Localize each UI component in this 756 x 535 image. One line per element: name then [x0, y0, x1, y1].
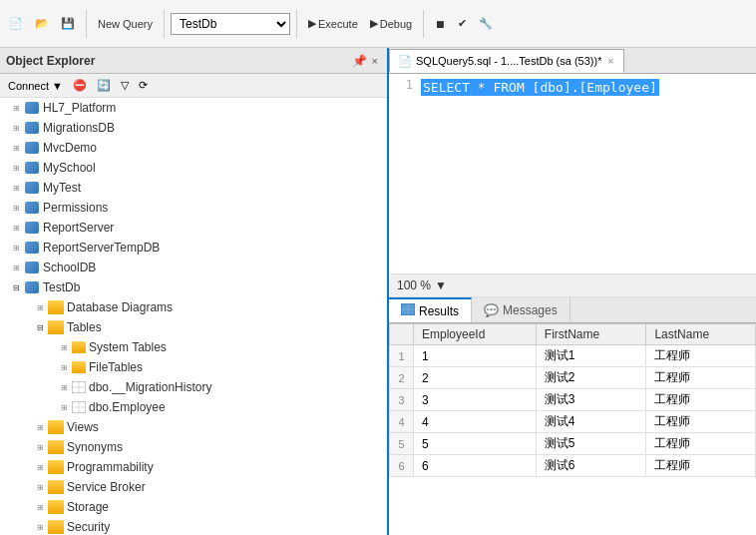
cell-lastname: 工程师: [646, 345, 756, 367]
cell-employeeid: 1: [414, 345, 537, 367]
connect-label: Connect: [8, 80, 49, 92]
cell-employeeid: 6: [414, 455, 537, 477]
tree-container[interactable]: ⊞ HL7_Platform ⊞ MigrationsDB ⊞: [0, 98, 387, 535]
db-icon: [24, 280, 40, 294]
refresh-btn[interactable]: 🔄: [93, 77, 115, 94]
editor-content[interactable]: 1 SELECT * FROM [dbo].[Employee]: [389, 74, 756, 273]
tree-item-security[interactable]: ⊞ Security: [0, 517, 387, 535]
results-tab-bar: Results 💬 Messages: [389, 297, 756, 323]
main-toolbar: 📄 📂 💾 New Query TestDb ▶ Execute ▶ Debug…: [0, 0, 756, 48]
filter-btn[interactable]: ▽: [117, 77, 133, 94]
zoom-bar: 100 % ▼: [389, 273, 756, 297]
messages-tab[interactable]: 💬 Messages: [472, 297, 570, 322]
cell-firstname: 测试6: [536, 455, 646, 477]
tree-item-mvcdemo[interactable]: ⊞ MvcDemo: [0, 138, 387, 158]
table-icon: [72, 381, 86, 393]
results-tab[interactable]: Results: [389, 297, 472, 322]
expand-icon: ⊞: [56, 403, 72, 412]
table-row: 6 6 测试6 工程师: [390, 455, 756, 477]
expand-icon: ⊞: [32, 423, 48, 432]
row-number: 3: [390, 389, 414, 411]
disconnect-btn[interactable]: ⛔: [69, 77, 91, 94]
main-layout: Object Explorer 📌 × Connect ▼ ⛔ 🔄 ▽ ⟳ ⊞: [0, 48, 756, 535]
tree-item-tables[interactable]: ⊟ Tables: [0, 317, 387, 337]
toolbar-left: 📄 📂 💾 New Query TestDb ▶ Execute ▶ Debug…: [4, 10, 498, 38]
tree-label: MyTest: [43, 181, 81, 195]
expand-icon: ⊞: [8, 264, 24, 272]
tree-label: dbo.__MigrationHistory: [89, 380, 211, 394]
tree-item-migrationsdb[interactable]: ⊞ MigrationsDB: [0, 118, 387, 138]
file-icon-btn[interactable]: 📄: [4, 14, 28, 33]
tree-item-servicebroker[interactable]: ⊞ Service Broker: [0, 477, 387, 497]
query-text-area[interactable]: SELECT * FROM [dbo].[Employee]: [421, 78, 659, 269]
cell-firstname: 测试3: [536, 389, 646, 411]
tab-close-btn[interactable]: ×: [605, 56, 615, 67]
table-row: 5 5 测试5 工程师: [390, 433, 756, 455]
tree-label: MvcDemo: [43, 141, 97, 155]
tree-item-myschool[interactable]: ⊞ MySchool: [0, 158, 387, 178]
sync-btn[interactable]: ⟳: [135, 77, 152, 94]
query-tab[interactable]: 📄 SQLQuery5.sql - 1....TestDb (sa (53))*…: [389, 49, 624, 73]
debug-btn[interactable]: ▶ Debug: [365, 14, 417, 33]
zoom-dropdown-icon[interactable]: ▼: [435, 278, 447, 292]
save-btn[interactable]: 💾: [56, 14, 80, 33]
database-dropdown[interactable]: TestDb: [171, 13, 290, 35]
tree-item-mytest[interactable]: ⊞ MyTest: [0, 178, 387, 198]
tab-icon: 📄: [398, 55, 412, 68]
new-query-btn[interactable]: New Query: [93, 15, 158, 33]
tree-item-reportserver[interactable]: ⊞ ReportServer: [0, 218, 387, 238]
tree-label: TestDb: [43, 280, 80, 294]
table-row: 1 1 测试1 工程师: [390, 345, 756, 367]
expand-icon: ⊞: [8, 244, 24, 253]
tree-item-synonyms[interactable]: ⊞ Synonyms: [0, 437, 387, 457]
row-number: 6: [390, 455, 414, 477]
tree-label: FileTables: [89, 360, 143, 374]
tree-label: System Tables: [89, 340, 167, 354]
tree-item-programmability[interactable]: ⊞ Programmability: [0, 457, 387, 477]
stop-btn[interactable]: ⏹: [430, 15, 451, 33]
cell-firstname: 测试5: [536, 433, 646, 455]
execute-btn[interactable]: ▶ Execute: [303, 14, 363, 33]
open-btn[interactable]: 📂: [30, 14, 54, 33]
tree-item-hl7platform[interactable]: ⊞ HL7_Platform: [0, 98, 387, 118]
tree-item-dbdiagrams[interactable]: ⊞ Database Diagrams: [0, 297, 387, 317]
expand-icon: ⊟: [8, 283, 24, 292]
tree-item-filetables[interactable]: ⊞ FileTables: [0, 357, 387, 377]
folder-icon: [48, 320, 64, 334]
col-header-firstname: FirstName: [536, 324, 646, 345]
results-table: EmployeeId FirstName LastName 1 1 测试1 工程…: [389, 323, 756, 477]
tree-item-reportservertempdb[interactable]: ⊞ ReportServerTempDB: [0, 238, 387, 258]
tree-label: Security: [67, 520, 110, 534]
tree-item-schooldb[interactable]: ⊞ SchoolDB: [0, 258, 387, 277]
expand-icon: ⊞: [32, 443, 48, 452]
db-icon: [24, 101, 40, 115]
db-icon: [24, 181, 40, 195]
data-grid[interactable]: EmployeeId FirstName LastName 1 1 测试1 工程…: [389, 323, 756, 535]
tree-label: Programmability: [67, 460, 154, 474]
query-editor: 1 SELECT * FROM [dbo].[Employee]: [389, 74, 756, 273]
tree-item-employee[interactable]: ⊞ dbo.Employee: [0, 397, 387, 417]
cell-employeeid: 3: [414, 389, 537, 411]
tree-item-views[interactable]: ⊞ Views: [0, 417, 387, 437]
expand-icon: ⊞: [8, 224, 24, 233]
cell-employeeid: 5: [414, 433, 537, 455]
table-icon: [72, 401, 86, 413]
close-panel-btn[interactable]: ×: [369, 54, 381, 68]
panel-header: Object Explorer 📌 ×: [0, 48, 387, 74]
table-row: 4 4 测试4 工程师: [390, 411, 756, 433]
parse-btn[interactable]: 🔧: [474, 14, 498, 33]
tree-item-storage[interactable]: ⊞ Storage: [0, 497, 387, 517]
new-query-label: New Query: [98, 18, 153, 30]
tree-item-systemtables[interactable]: ⊞ System Tables: [0, 337, 387, 357]
execute-label: Execute: [318, 18, 358, 30]
expand-icon: ⊞: [8, 204, 24, 213]
expand-icon: ⊞: [56, 363, 72, 372]
cell-employeeid: 4: [414, 411, 537, 433]
debug-icon: ▶: [370, 17, 378, 30]
check-btn[interactable]: ✔: [453, 14, 472, 33]
cell-firstname: 测试2: [536, 367, 646, 389]
tree-item-permissions[interactable]: ⊞ Permissions: [0, 198, 387, 218]
tree-item-migration[interactable]: ⊞ dbo.__MigrationHistory: [0, 377, 387, 397]
connect-btn[interactable]: Connect ▼: [4, 78, 67, 94]
tree-item-testdb[interactable]: ⊟ TestDb: [0, 277, 387, 297]
